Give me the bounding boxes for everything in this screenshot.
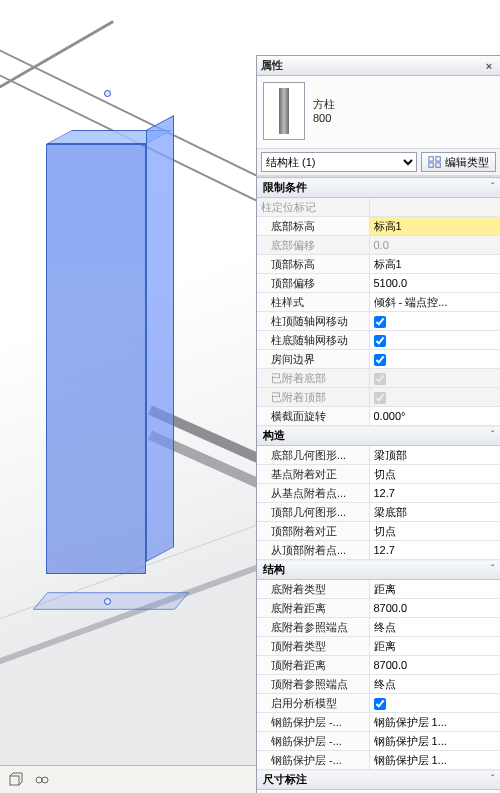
property-label: 底部偏移 xyxy=(257,236,369,255)
property-row: 房间边界 xyxy=(257,350,500,369)
property-label: 启用分析模型 xyxy=(257,694,369,713)
chevron-icon[interactable]: ˇ xyxy=(491,429,494,439)
property-row: 从基点附着点...12.7 xyxy=(257,484,500,503)
chevron-icon[interactable]: ˇ xyxy=(491,181,494,191)
edit-type-button[interactable]: 编辑类型 xyxy=(421,152,496,172)
close-icon[interactable]: × xyxy=(482,59,496,73)
section-header[interactable]: 尺寸标注ˇ xyxy=(257,770,500,790)
property-grid: 限制条件ˇ柱定位标记底部标高标高1底部偏移0.0顶部标高标高1顶部偏移5100.… xyxy=(257,177,500,790)
property-value[interactable]: 12.7 xyxy=(369,541,500,560)
property-value[interactable]: 钢筋保护层 1... xyxy=(369,713,500,732)
property-value[interactable]: 距离 xyxy=(369,637,500,656)
property-row: 钢筋保护层 -...钢筋保护层 1... xyxy=(257,732,500,751)
chevron-icon[interactable]: ˇ xyxy=(491,563,494,573)
section-header[interactable]: 结构ˇ xyxy=(257,560,500,580)
svg-rect-4 xyxy=(436,157,440,161)
property-label: 钢筋保护层 -... xyxy=(257,732,369,751)
property-row: 顶附着距离8700.0 xyxy=(257,656,500,675)
property-grid-scroll[interactable]: 限制条件ˇ柱定位标记底部标高标高1底部偏移0.0顶部标高标高1顶部偏移5100.… xyxy=(257,176,500,793)
section-header[interactable]: 限制条件ˇ xyxy=(257,178,500,198)
property-label: 顶附着类型 xyxy=(257,637,369,656)
property-label: 横截面旋转 xyxy=(257,407,369,426)
property-label: 顶部附着对正 xyxy=(257,522,369,541)
panel-titlebar[interactable]: 属性 × xyxy=(257,56,500,76)
property-row: 顶部几何图形...梁底部 xyxy=(257,503,500,522)
property-checkbox xyxy=(374,392,386,404)
type-thumbnail xyxy=(263,82,305,140)
property-label: 从顶部附着点... xyxy=(257,541,369,560)
type-size: 800 xyxy=(313,111,335,125)
property-row: 钢筋保护层 -...钢筋保护层 1... xyxy=(257,751,500,770)
properties-panel: 属性 × 方柱 800 结构柱 (1) 编辑类型 xyxy=(256,55,500,793)
property-label: 顶部偏移 xyxy=(257,274,369,293)
svg-rect-5 xyxy=(429,163,433,167)
property-value[interactable]: 钢筋保护层 1... xyxy=(369,732,500,751)
linked-icon[interactable] xyxy=(34,772,50,788)
property-value[interactable]: 终点 xyxy=(369,675,500,694)
property-label: 底部标高 xyxy=(257,217,369,236)
property-value xyxy=(369,198,500,217)
property-checkbox[interactable] xyxy=(374,316,386,328)
property-value[interactable]: 12.7 xyxy=(369,484,500,503)
selected-column[interactable] xyxy=(46,130,176,590)
drag-handle-top[interactable] xyxy=(104,90,111,97)
chevron-icon[interactable]: ˇ xyxy=(491,773,494,783)
property-label: 已附着底部 xyxy=(257,369,369,388)
property-label: 房间边界 xyxy=(257,350,369,369)
view-toolbar xyxy=(0,765,256,793)
property-value xyxy=(369,369,500,388)
property-value[interactable]: 0.000° xyxy=(369,407,500,426)
property-value[interactable] xyxy=(369,694,500,713)
property-label: 钢筋保护层 -... xyxy=(257,751,369,770)
property-row: 横截面旋转0.000° xyxy=(257,407,500,426)
property-value[interactable]: 梁顶部 xyxy=(369,446,500,465)
property-value[interactable]: 距离 xyxy=(369,580,500,599)
property-label: 底附着类型 xyxy=(257,580,369,599)
property-value[interactable]: 8700.0 xyxy=(369,656,500,675)
section-header[interactable]: 构造ˇ xyxy=(257,426,500,446)
instance-selector[interactable]: 结构柱 (1) xyxy=(261,152,417,172)
property-value[interactable]: 5100.0 xyxy=(369,274,500,293)
panel-title: 属性 xyxy=(261,58,283,73)
property-label: 柱底随轴网移动 xyxy=(257,331,369,350)
property-value[interactable]: 终点 xyxy=(369,618,500,637)
property-row: 顶部附着对正切点 xyxy=(257,522,500,541)
property-value[interactable]: 切点 xyxy=(369,522,500,541)
property-row: 顶部偏移5100.0 xyxy=(257,274,500,293)
property-row: 柱定位标记 xyxy=(257,198,500,217)
property-label: 底部几何图形... xyxy=(257,446,369,465)
type-family: 方柱 xyxy=(313,97,335,111)
property-label: 顶部标高 xyxy=(257,255,369,274)
property-checkbox xyxy=(374,373,386,385)
property-row: 底部偏移0.0 xyxy=(257,236,500,255)
property-value[interactable] xyxy=(369,350,500,369)
property-label: 基点附着对正 xyxy=(257,465,369,484)
drag-handle-bottom[interactable] xyxy=(104,598,111,605)
property-label: 底附着距离 xyxy=(257,599,369,618)
property-value[interactable]: 钢筋保护层 1... xyxy=(369,751,500,770)
property-value[interactable] xyxy=(369,331,500,350)
property-row: 柱底随轴网移动 xyxy=(257,331,500,350)
property-row: 已附着顶部 xyxy=(257,388,500,407)
property-value[interactable]: 标高1 xyxy=(369,217,500,236)
property-row: 底附着参照端点终点 xyxy=(257,618,500,637)
property-value xyxy=(369,388,500,407)
edit-type-icon xyxy=(428,155,442,169)
property-checkbox[interactable] xyxy=(374,698,386,710)
property-label: 柱定位标记 xyxy=(257,198,369,217)
property-value[interactable]: 8700.0 xyxy=(369,599,500,618)
svg-point-1 xyxy=(36,777,42,783)
property-checkbox[interactable] xyxy=(374,335,386,347)
property-value[interactable]: 梁底部 xyxy=(369,503,500,522)
property-row: 钢筋保护层 -...钢筋保护层 1... xyxy=(257,713,500,732)
type-texts: 方柱 800 xyxy=(313,97,335,125)
type-selector-block[interactable]: 方柱 800 xyxy=(257,76,500,149)
property-checkbox[interactable] xyxy=(374,354,386,366)
property-value[interactable]: 标高1 xyxy=(369,255,500,274)
view-cube-icon[interactable] xyxy=(8,772,24,788)
property-label: 底附着参照端点 xyxy=(257,618,369,637)
property-value[interactable] xyxy=(369,312,500,331)
property-value[interactable]: 倾斜 - 端点控... xyxy=(369,293,500,312)
property-label: 柱顶随轴网移动 xyxy=(257,312,369,331)
property-value[interactable]: 切点 xyxy=(369,465,500,484)
